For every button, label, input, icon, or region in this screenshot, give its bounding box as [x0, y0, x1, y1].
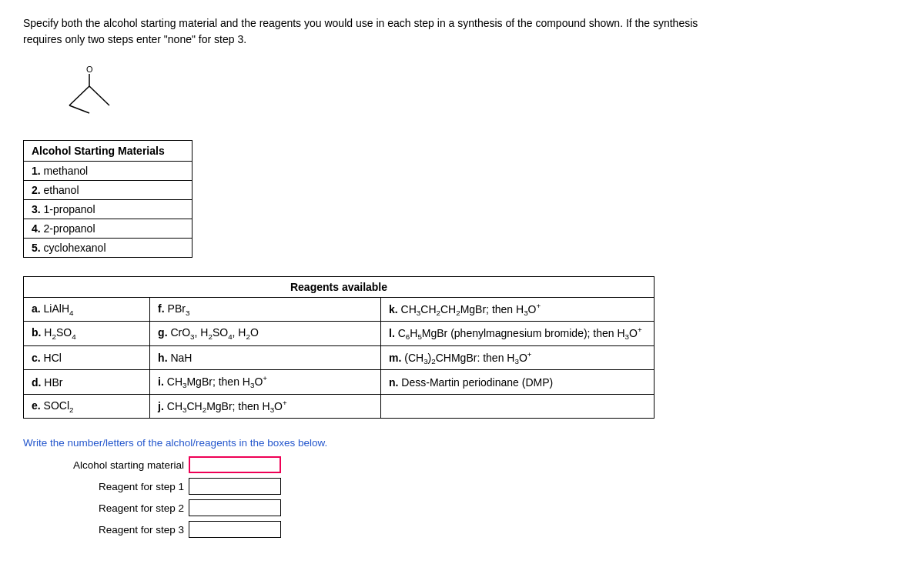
list-item: 3. 1-propanol: [24, 200, 192, 219]
table-row: d. HBr i. CH3MgBr; then H3O+ n. Dess-Mar…: [24, 370, 654, 394]
table-row: b. H2SO4 g. CrO3, H2SO4, H2O l. C6H5MgBr…: [24, 322, 654, 345]
reagents-inner: a. LiAlH4 f. PBr3 k. CH3CH2CH2MgBr; then…: [24, 298, 654, 418]
step3-input[interactable]: [189, 521, 281, 538]
reagents-table: Reagents available a. LiAlH4 f. PBr3 k. …: [23, 276, 654, 419]
table-row: a. LiAlH4 f. PBr3 k. CH3CH2CH2MgBr; then…: [24, 298, 654, 322]
molecule-svg: O: [46, 63, 139, 125]
intro-text: Specify both the alcohol starting materi…: [23, 15, 716, 48]
svg-line-3: [89, 86, 109, 105]
step2-label: Reagent for step 2: [54, 502, 189, 514]
table-row: e. SOCl2 j. CH3CH2MgBr; then H3O+: [24, 394, 654, 418]
alcohol-starting-row: Alcohol starting material: [54, 456, 901, 473]
reagents-section: Reagents available a. LiAlH4 f. PBr3 k. …: [23, 276, 901, 419]
starting-materials-header: Alcohol Starting Materials: [24, 141, 192, 162]
step1-label: Reagent for step 1: [54, 481, 189, 492]
svg-line-2: [69, 86, 89, 105]
step2-input[interactable]: [189, 499, 281, 516]
list-item: 5. cyclohexanol: [24, 239, 192, 258]
step3-row: Reagent for step 3: [54, 521, 901, 538]
molecule-diagram: O: [46, 63, 139, 125]
list-item: 2. ethanol: [24, 181, 192, 200]
step1-row: Reagent for step 1: [54, 478, 901, 495]
step2-row: Reagent for step 2: [54, 499, 901, 516]
write-instruction: Write the number/letters of the alchol/r…: [23, 437, 901, 449]
reagents-header: Reagents available: [24, 277, 654, 298]
write-section: Write the number/letters of the alchol/r…: [23, 437, 901, 538]
list-item: 4. 2-propanol: [24, 219, 192, 239]
starting-materials-table: Alcohol Starting Materials 1. methanol 2…: [23, 140, 192, 258]
table-row: c. HCl h. NaH m. (CH3)2CHMgBr: then H3O+: [24, 345, 654, 369]
svg-line-4: [69, 105, 89, 113]
alcohol-starting-input[interactable]: [189, 456, 281, 473]
alcohol-label: Alcohol starting material: [54, 459, 189, 471]
svg-text:O: O: [86, 65, 93, 74]
step1-input[interactable]: [189, 478, 281, 495]
list-item: 1. methanol: [24, 162, 192, 181]
step3-label: Reagent for step 3: [54, 524, 189, 536]
